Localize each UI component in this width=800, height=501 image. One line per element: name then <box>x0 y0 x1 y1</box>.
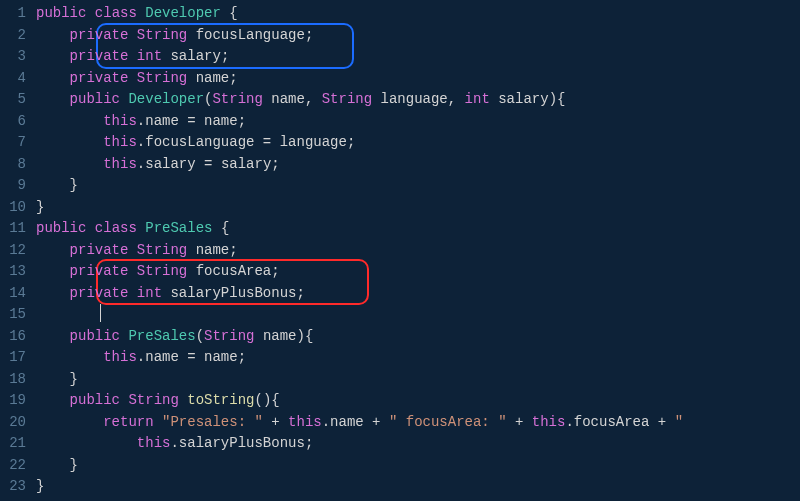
code-line[interactable]: private String focusLanguage; <box>36 25 800 47</box>
line-number: 13 <box>0 261 26 283</box>
code-line[interactable]: public Developer(String name, String lan… <box>36 89 800 111</box>
line-number: 19 <box>0 390 26 412</box>
code-line[interactable]: private String name; <box>36 68 800 90</box>
line-number: 15 <box>0 304 26 326</box>
line-number: 7 <box>0 132 26 154</box>
line-number: 10 <box>0 197 26 219</box>
line-number: 12 <box>0 240 26 262</box>
code-line[interactable]: } <box>36 476 800 498</box>
code-line[interactable]: } <box>36 175 800 197</box>
code-line[interactable]: } <box>36 455 800 477</box>
line-number: 17 <box>0 347 26 369</box>
line-number: 23 <box>0 476 26 498</box>
line-number: 22 <box>0 455 26 477</box>
line-number: 9 <box>0 175 26 197</box>
code-line[interactable]: private int salaryPlusBonus; <box>36 283 800 305</box>
code-line[interactable]: private String name; <box>36 240 800 262</box>
text-cursor <box>100 304 101 322</box>
code-line[interactable]: public class PreSales { <box>36 218 800 240</box>
code-line[interactable]: private String focusArea; <box>36 261 800 283</box>
code-line[interactable]: public String toString(){ <box>36 390 800 412</box>
code-line[interactable]: this.salaryPlusBonus; <box>36 433 800 455</box>
line-number: 11 <box>0 218 26 240</box>
code-line[interactable]: } <box>36 369 800 391</box>
code-line[interactable]: public class Developer { <box>36 3 800 25</box>
code-line[interactable]: private int salary; <box>36 46 800 68</box>
code-line[interactable]: this.name = name; <box>36 347 800 369</box>
line-number: 4 <box>0 68 26 90</box>
code-line[interactable]: } <box>36 197 800 219</box>
code-area[interactable]: public class Developer { private String … <box>36 3 800 501</box>
line-number: 20 <box>0 412 26 434</box>
code-line[interactable] <box>36 304 800 326</box>
line-number: 2 <box>0 25 26 47</box>
code-line[interactable]: this.salary = salary; <box>36 154 800 176</box>
line-number: 14 <box>0 283 26 305</box>
line-number: 16 <box>0 326 26 348</box>
code-editor[interactable]: 1 2 3 4 5 6 7 8 9 10 11 12 13 14 15 16 1… <box>0 0 800 501</box>
line-number: 18 <box>0 369 26 391</box>
line-number: 8 <box>0 154 26 176</box>
code-line[interactable]: this.name = name; <box>36 111 800 133</box>
code-line[interactable]: return "Presales: " + this.name + " focu… <box>36 412 800 434</box>
line-number: 1 <box>0 3 26 25</box>
code-line[interactable]: this.focusLanguage = language; <box>36 132 800 154</box>
line-number: 3 <box>0 46 26 68</box>
line-number: 5 <box>0 89 26 111</box>
line-number: 21 <box>0 433 26 455</box>
line-number-gutter: 1 2 3 4 5 6 7 8 9 10 11 12 13 14 15 16 1… <box>0 3 36 501</box>
code-line[interactable]: public PreSales(String name){ <box>36 326 800 348</box>
line-number: 6 <box>0 111 26 133</box>
